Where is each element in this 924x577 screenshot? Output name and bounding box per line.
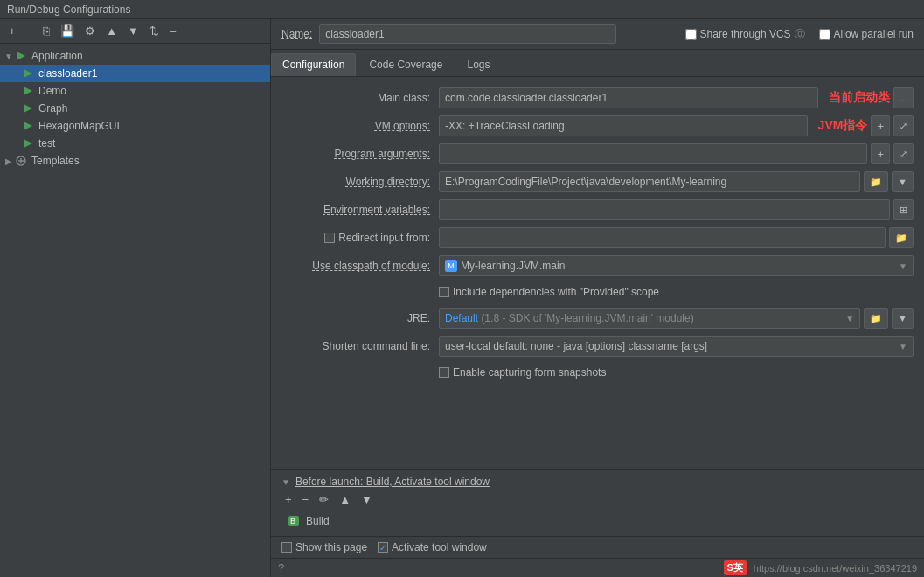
graph-label: Graph [38, 102, 67, 115]
demo-icon [21, 84, 35, 98]
before-launch-section: ▼ Before launch: Build, Activate tool wi… [271, 469, 924, 536]
build-item: B Build [281, 511, 914, 531]
svg-marker-0 [17, 52, 25, 60]
program-args-input[interactable] [439, 143, 867, 164]
bl-edit-button[interactable]: ✏ [316, 491, 332, 508]
module-icon: M [445, 260, 457, 272]
parallel-label: Allow parallel run [834, 28, 914, 40]
move-up-button[interactable]: ▲ [102, 23, 121, 39]
tree-application-group[interactable]: ▼ Application [0, 47, 270, 65]
program-args-fullscreen-button[interactable]: ⤢ [893, 143, 914, 164]
tab-logs[interactable]: Logs [455, 53, 501, 76]
redirect-input-label: Redirect input from: [338, 232, 430, 244]
vcs-section: Share through VCS ⓪ Allow parallel run [685, 27, 914, 42]
form-row-redirect-input: Redirect input from: 📁 [271, 224, 924, 252]
main-class-label: Main class: [281, 92, 439, 104]
show-this-page-checkbox[interactable] [281, 542, 292, 553]
tree-templates-group[interactable]: ▶ Templates [0, 152, 270, 170]
bl-move-up-button[interactable]: ▲ [336, 491, 354, 508]
jre-dropdown[interactable]: Default (1.8 - SDK of 'My-learning.JVM.m… [439, 308, 860, 329]
jre-dropdown-btn[interactable]: ▼ [892, 308, 914, 329]
form-row-program-args: Program arguments: + ⤢ [271, 140, 924, 168]
env-vars-input[interactable] [439, 199, 890, 220]
add-config-button[interactable]: + [5, 23, 19, 39]
env-vars-input-area: ⊞ [439, 199, 914, 220]
move-down-button[interactable]: ▼ [124, 23, 142, 39]
bl-add-button[interactable]: + [281, 491, 295, 508]
copy-config-button[interactable]: ⎘ [39, 23, 53, 39]
main-class-input-area: 当前启动类 ... [439, 87, 914, 108]
test-icon [21, 136, 35, 150]
bl-remove-button[interactable]: − [299, 491, 313, 508]
show-this-page-label[interactable]: Show this page [281, 541, 367, 553]
vm-options-fullscreen-button[interactable]: ⤢ [893, 115, 914, 136]
graph-icon [21, 101, 35, 115]
hexagonmapgui-label: HexagonMapGUI [38, 120, 120, 132]
sort-button[interactable]: ⇅ [146, 23, 163, 39]
vm-options-expand-button[interactable]: + [871, 115, 890, 136]
working-dir-input[interactable] [439, 171, 860, 192]
jre-browse-button[interactable]: 📁 [864, 308, 888, 329]
include-deps-area: Include dependencies with "Provided" sco… [439, 286, 914, 298]
form-snapshots-checkbox[interactable] [439, 367, 449, 378]
main-class-annotation: 当前启动类 [829, 90, 890, 106]
application-group-label: Application [31, 50, 83, 62]
remove-config-button[interactable]: − [23, 23, 37, 39]
sidebar-tree: ▼ Application classloader1 [0, 44, 270, 173]
vcs-checkbox[interactable] [685, 29, 697, 40]
shorten-cmd-input-area: user-local default: none - java [options… [439, 336, 914, 357]
svg-marker-5 [24, 139, 32, 148]
activate-tool-window-checkbox[interactable] [378, 542, 388, 553]
help-icon[interactable]: ? [278, 561, 284, 574]
form-row-vm-options: VM options: JVM指令 + ⤢ [271, 112, 924, 140]
classpath-module-dropdown[interactable]: M My-learning.JVM.main ▼ [439, 255, 914, 276]
save-config-button[interactable]: 💾 [57, 23, 78, 39]
form-row-shorten-cmd: Shorten command line: user-local default… [271, 332, 924, 360]
activate-tool-window-label[interactable]: Activate tool window [378, 541, 487, 553]
include-deps-label: Include dependencies with "Provided" sco… [453, 286, 659, 298]
form-row-env-vars: Environment variables: ⊞ [271, 196, 924, 224]
redirect-input-field[interactable] [439, 227, 886, 248]
tree-item-graph[interactable]: Graph [0, 100, 270, 117]
tree-item-test[interactable]: test [0, 135, 270, 152]
vm-options-input[interactable] [439, 115, 808, 136]
before-launch-title[interactable]: Before launch: Build, Activate tool wind… [295, 476, 490, 488]
tab-configuration[interactable]: Configuration [271, 53, 356, 76]
env-vars-browse-button[interactable]: ⊞ [893, 199, 914, 220]
include-deps-checkbox[interactable] [439, 287, 449, 297]
redirect-input-browse-button[interactable]: 📁 [889, 227, 914, 248]
bl-move-down-button[interactable]: ▼ [358, 491, 376, 508]
form-row-working-dir: Working directory: 📁 ▼ [271, 168, 924, 196]
svg-marker-3 [24, 104, 32, 113]
settings-button[interactable]: ⚙ [81, 23, 99, 39]
svg-marker-4 [24, 122, 32, 130]
shorten-cmd-label: Shorten command line: [281, 340, 439, 352]
tab-code-coverage[interactable]: Code Coverage [358, 53, 454, 76]
tree-item-classloader1[interactable]: classloader1 [0, 65, 270, 82]
tree-item-demo[interactable]: Demo [0, 82, 270, 100]
working-dir-dropdown-button[interactable]: ▼ [892, 171, 914, 192]
form-row-jre: JRE: Default (1.8 - SDK of 'My-learning.… [271, 304, 924, 332]
demo-label: Demo [38, 85, 66, 97]
collapse-button[interactable]: – [166, 23, 179, 39]
svg-marker-2 [24, 87, 32, 95]
name-input[interactable] [319, 24, 616, 44]
shorten-cmd-value: user-local default: none - java [options… [445, 340, 707, 352]
classloader1-label: classloader1 [38, 67, 97, 80]
program-args-expand-button[interactable]: + [871, 143, 890, 164]
build-item-label: Build [306, 515, 330, 527]
form-area: Main class: 当前启动类 ... VM options: JVM指令 … [271, 77, 924, 469]
main-class-input[interactable] [439, 87, 818, 108]
working-dir-browse-button[interactable]: 📁 [864, 171, 888, 192]
shorten-cmd-dropdown[interactable]: user-local default: none - java [options… [439, 336, 914, 357]
templates-label: Templates [31, 155, 80, 167]
footer-url: https://blog.csdn.net/weixin_36347219 [754, 563, 917, 574]
redirect-input-checkbox[interactable] [324, 233, 335, 243]
redirect-input-label-area: Redirect input from: [281, 232, 439, 244]
parallel-checkbox[interactable] [819, 29, 830, 40]
program-args-label: Program arguments: [281, 148, 439, 160]
collapse-before-launch-arrow[interactable]: ▼ [281, 477, 290, 487]
main-class-browse-button[interactable]: ... [893, 87, 914, 108]
tree-item-hexagonmapgui[interactable]: HexagonMapGUI [0, 117, 270, 135]
classpath-module-label: Use classpath of module: [281, 260, 439, 272]
